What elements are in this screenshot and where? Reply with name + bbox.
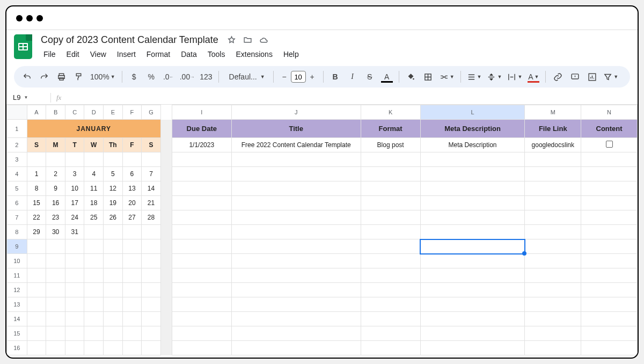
cell[interactable] [27, 297, 46, 312]
cell-title[interactable]: Free 2022 Content Calendar Template [231, 138, 361, 152]
cell[interactable] [231, 152, 361, 167]
cal-cell[interactable] [104, 152, 123, 167]
cell[interactable] [581, 196, 638, 210]
col-header[interactable]: K [361, 105, 420, 120]
fill-color-button[interactable] [404, 69, 419, 84]
cell[interactable] [420, 341, 525, 355]
cell-format[interactable]: Blog post [361, 138, 420, 152]
cal-cell[interactable]: 5 [104, 167, 123, 181]
window-close-dot[interactable] [16, 15, 23, 21]
cell[interactable] [142, 341, 161, 355]
cell[interactable] [172, 297, 231, 312]
cell[interactable] [104, 268, 123, 283]
menu-tools[interactable]: Tools [203, 48, 230, 61]
row-header[interactable]: 5 [7, 181, 27, 196]
col-header[interactable]: A [27, 105, 46, 120]
zoom-select[interactable]: 100%▼ [88, 69, 118, 84]
window-min-dot[interactable] [26, 15, 33, 21]
cal-cell[interactable]: 6 [122, 167, 142, 181]
cloud-status-icon[interactable] [259, 35, 269, 45]
row-header[interactable]: 6 [7, 196, 27, 210]
cell[interactable] [172, 239, 231, 254]
cal-cell[interactable]: 31 [65, 225, 84, 239]
col-header[interactable]: M [525, 105, 581, 120]
cell[interactable] [65, 326, 84, 341]
cal-cell[interactable]: 26 [104, 210, 123, 225]
cal-cell[interactable] [84, 152, 104, 167]
redo-button[interactable] [36, 69, 52, 84]
cell[interactable] [581, 210, 638, 225]
header-file-link[interactable]: File Link [525, 120, 581, 138]
cell[interactable] [525, 210, 581, 225]
cell[interactable] [142, 326, 161, 341]
cell[interactable] [172, 196, 231, 210]
cell[interactable] [122, 341, 142, 355]
bold-button[interactable]: B [328, 69, 343, 84]
col-header[interactable]: F [122, 105, 142, 120]
cal-cell[interactable] [122, 225, 142, 239]
cell[interactable] [231, 239, 361, 254]
cell-due-date[interactable]: 1/1/2023 [172, 138, 231, 152]
col-header[interactable]: B [46, 105, 65, 120]
cell[interactable] [104, 326, 123, 341]
cell[interactable] [46, 283, 65, 297]
align-v-button[interactable]: ▼ [485, 69, 503, 84]
cell[interactable] [27, 312, 46, 326]
cell[interactable] [361, 312, 420, 326]
cell[interactable] [581, 181, 638, 196]
cell[interactable] [581, 152, 638, 167]
cal-cell[interactable]: 20 [122, 196, 142, 210]
cell[interactable] [420, 268, 525, 283]
cell[interactable] [525, 196, 581, 210]
cell[interactable] [142, 239, 161, 254]
header-title[interactable]: Title [231, 120, 361, 138]
name-box[interactable]: L9 ▼ [13, 93, 45, 101]
cell[interactable] [27, 283, 46, 297]
cell[interactable] [172, 225, 231, 239]
cell[interactable] [122, 297, 142, 312]
cell[interactable] [525, 297, 581, 312]
cell[interactable] [361, 167, 420, 181]
cell[interactable] [104, 283, 123, 297]
cell[interactable] [231, 196, 361, 210]
row-header[interactable]: 10 [7, 254, 27, 268]
cell[interactable] [65, 239, 84, 254]
cell[interactable] [581, 283, 638, 297]
paint-format-button[interactable] [71, 69, 86, 84]
cell[interactable] [46, 312, 65, 326]
cell[interactable] [65, 341, 84, 355]
cal-cell[interactable]: 3 [65, 167, 84, 181]
cell[interactable] [231, 283, 361, 297]
cal-cell[interactable]: 16 [46, 196, 65, 210]
dow-cell[interactable]: W [84, 138, 104, 152]
cell[interactable] [46, 268, 65, 283]
cell-meta[interactable]: Meta Description [420, 138, 525, 152]
cell[interactable] [104, 239, 123, 254]
col-header[interactable]: D [84, 105, 104, 120]
cell[interactable] [525, 152, 581, 167]
cal-cell[interactable]: 30 [46, 225, 65, 239]
cell[interactable] [231, 326, 361, 341]
number-format-button[interactable]: 123 [198, 69, 214, 84]
grid[interactable]: A B C D E F G I J K L M N 1 JANUARY Due … [6, 105, 638, 358]
cell[interactable] [581, 312, 638, 326]
active-cell[interactable] [420, 239, 525, 254]
cell[interactable] [581, 254, 638, 268]
star-icon[interactable] [227, 35, 237, 45]
cal-cell[interactable]: 21 [142, 196, 161, 210]
align-h-button[interactable]: ▼ [465, 69, 484, 84]
menu-edit[interactable]: Edit [62, 48, 84, 61]
cal-cell[interactable]: 2 [46, 167, 65, 181]
header-content[interactable]: Content [581, 120, 638, 138]
cell[interactable] [231, 341, 361, 355]
cell[interactable] [361, 152, 420, 167]
cell[interactable] [172, 283, 231, 297]
cell[interactable] [172, 152, 231, 167]
col-header[interactable]: L [420, 105, 525, 120]
row-header[interactable]: 11 [7, 268, 27, 283]
cell[interactable] [361, 268, 420, 283]
dow-cell[interactable]: M [46, 138, 65, 152]
font-size-decrease[interactable]: − [278, 69, 291, 84]
cal-cell[interactable]: 28 [142, 210, 161, 225]
menu-insert[interactable]: Insert [112, 48, 141, 61]
